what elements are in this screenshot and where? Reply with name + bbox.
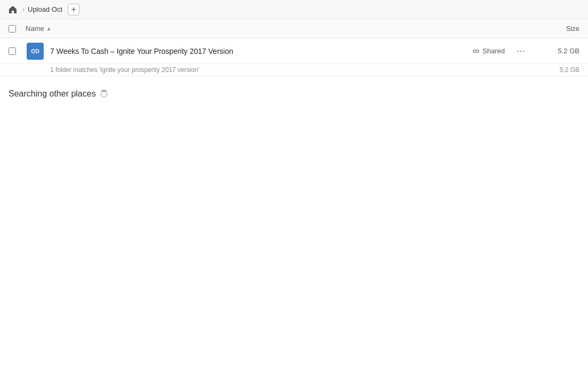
result-row[interactable]: 7 Weeks To Cash – Ignite Your Prosperity…: [0, 38, 588, 64]
folder-icon: [27, 43, 44, 60]
select-all-checkbox-container[interactable]: [9, 25, 26, 33]
select-all-checkbox[interactable]: [9, 25, 16, 33]
row-checkbox-container[interactable]: [9, 47, 26, 55]
row-checkbox[interactable]: [9, 47, 16, 55]
breadcrumb-bar: › Upload Oct +: [0, 0, 588, 19]
folder-icon-container: [26, 42, 45, 61]
searching-label: Searching other places: [9, 89, 96, 99]
breadcrumb-chevron: ›: [22, 6, 25, 13]
match-size: 5.2 GB: [537, 66, 579, 74]
shared-indicator: Shared: [472, 47, 505, 55]
match-description: 1 folder matches 'ignite your prosperity…: [0, 64, 588, 76]
breadcrumb-folder-name[interactable]: Upload Oct: [28, 5, 62, 13]
row-size: 5.2 GB: [537, 47, 579, 55]
searching-section: Searching other places: [0, 76, 588, 111]
home-button[interactable]: [6, 3, 19, 16]
column-header: Name ▲ Size: [0, 19, 588, 38]
row-folder-name: 7 Weeks To Cash – Ignite Your Prosperity…: [50, 47, 472, 55]
sort-indicator: ▲: [46, 26, 52, 31]
searching-spinner: [100, 90, 108, 98]
column-name-label: Name: [26, 25, 44, 33]
column-name-header[interactable]: Name ▲: [26, 25, 537, 33]
searching-title: Searching other places: [9, 89, 579, 99]
shared-label: Shared: [482, 47, 505, 55]
more-options-button[interactable]: ⋯: [513, 44, 528, 59]
match-text: 1 folder matches 'ignite your prosperity…: [50, 66, 199, 74]
add-button[interactable]: +: [68, 4, 79, 15]
column-size-header: Size: [537, 25, 579, 33]
